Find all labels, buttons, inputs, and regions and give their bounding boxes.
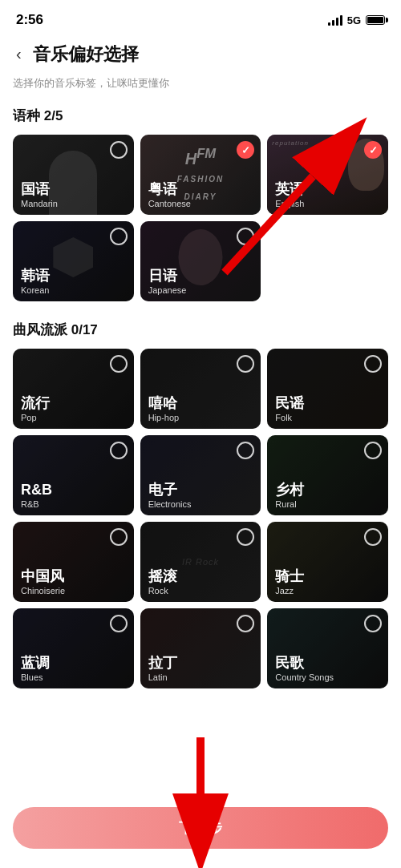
select-circle-rnb[interactable] — [110, 442, 128, 459]
card-zh-blues: 蓝调 — [21, 655, 126, 672]
card-zh-korean: 韩语 — [21, 268, 126, 285]
card-zh-rnb: R&B — [21, 482, 126, 499]
card-zh-pop: 流行 — [21, 395, 126, 413]
status-time: 2:56 — [16, 12, 43, 28]
signal-icon — [328, 14, 342, 26]
card-en-english: English — [275, 199, 380, 208]
card-en-jazz: Jazz — [275, 586, 380, 595]
genre-card-chinoiserie[interactable]: 中国风 Chinoiserie — [13, 522, 134, 602]
select-circle-jazz[interactable] — [364, 528, 382, 546]
select-circle-folk2[interactable] — [364, 615, 382, 632]
next-button[interactable]: 下一步 — [13, 807, 388, 849]
card-en-mandarin: Mandarin — [21, 199, 126, 208]
language-card-japanese[interactable]: 日语 Japanese — [140, 221, 261, 301]
card-en-rnb: R&B — [21, 499, 126, 509]
status-icons: 5G — [328, 14, 385, 26]
card-en-chinoiserie: Chinoiserie — [21, 586, 126, 595]
language-card-english[interactable]: reputation 英语 English — [267, 135, 388, 215]
language-section-label: 语种 2/5 — [0, 103, 401, 135]
genre-card-pop[interactable]: 流行 Pop — [13, 349, 134, 429]
genre-section-label: 曲风流派 0/17 — [0, 317, 401, 349]
status-bar: 2:56 5G — [0, 0, 401, 35]
select-circle-korean[interactable] — [110, 228, 128, 245]
genre-card-rock[interactable]: IR Rock 摇滚 Rock — [140, 522, 261, 602]
card-en-pop: Pop — [21, 413, 126, 422]
genre-card-rnb[interactable]: R&B R&B — [13, 435, 134, 515]
card-zh-chinoiserie: 中国风 — [21, 568, 126, 586]
genre-card-latin[interactable]: 拉丁 Latin — [140, 608, 261, 688]
genre-card-folk[interactable]: 民谣 Folk — [267, 349, 388, 429]
card-zh-folk: 民谣 — [275, 395, 380, 413]
select-circle-chinoiserie[interactable] — [110, 528, 128, 546]
select-circle-english[interactable] — [364, 141, 382, 159]
page-title: 音乐偏好选择 — [33, 42, 139, 67]
select-circle-rural[interactable] — [364, 442, 382, 459]
card-en-rural: Rural — [275, 499, 380, 509]
language-grid: 国语 Mandarin HFMFASHION DIARY 粤语 Cantones… — [0, 135, 401, 308]
card-en-japanese: Japanese — [148, 285, 253, 295]
select-circle-folk[interactable] — [364, 355, 382, 373]
card-zh-rural: 乡村 — [275, 482, 380, 499]
language-card-mandarin[interactable]: 国语 Mandarin — [13, 135, 134, 215]
card-en-latin: Latin — [148, 672, 253, 682]
card-en-korean: Korean — [21, 285, 126, 295]
genre-card-rural[interactable]: 乡村 Rural — [267, 435, 388, 515]
next-btn-container: 下一步 — [0, 799, 401, 868]
card-en-electronic: Electronics — [148, 499, 253, 509]
header: ‹ 音乐偏好选择 — [0, 35, 401, 76]
card-zh-rock: 摇滚 — [148, 568, 253, 586]
card-en-folk: Folk — [275, 413, 380, 422]
card-zh-japanese: 日语 — [148, 268, 253, 285]
genre-card-folk2[interactable]: 民歌 Country Songs — [267, 608, 388, 688]
card-zh-folk2: 民歌 — [275, 655, 380, 672]
language-card-cantonese[interactable]: HFMFASHION DIARY 粤语 Cantonese — [140, 135, 261, 215]
card-zh-latin: 拉丁 — [148, 655, 253, 672]
card-zh-hiphop: 嘻哈 — [148, 395, 253, 413]
card-zh-electronic: 电子 — [148, 482, 253, 499]
select-circle-blues[interactable] — [110, 615, 128, 632]
card-en-folk2: Country Songs — [275, 672, 380, 682]
genre-card-electronic[interactable]: 电子 Electronics — [140, 435, 261, 515]
network-label: 5G — [347, 14, 361, 26]
card-zh-english: 英语 — [275, 181, 380, 199]
select-circle-pop[interactable] — [110, 355, 128, 373]
card-en-cantonese: Cantonese — [148, 199, 253, 208]
card-en-blues: Blues — [21, 672, 126, 682]
genre-card-jazz[interactable]: 骑士 Jazz — [267, 522, 388, 602]
language-card-korean[interactable]: 韩语 Korean — [13, 221, 134, 301]
card-zh-cantonese: 粤语 — [148, 181, 253, 199]
battery-icon — [366, 15, 385, 25]
genre-card-hiphop[interactable]: 嘻哈 Hip-hop — [140, 349, 261, 429]
card-en-hiphop: Hip-hop — [148, 413, 253, 422]
card-en-rock: Rock — [148, 586, 253, 595]
card-zh-mandarin: 国语 — [21, 181, 126, 199]
card-zh-jazz: 骑士 — [275, 568, 380, 586]
genre-grid: 流行 Pop 嘻哈 Hip-hop 民谣 Folk — [0, 349, 401, 695]
back-button[interactable]: ‹ — [13, 42, 25, 67]
genre-card-blues[interactable]: 蓝调 Blues — [13, 608, 134, 688]
select-circle-mandarin[interactable] — [110, 141, 128, 159]
subtitle: 选择你的音乐标签，让咪咕更懂你 — [0, 76, 401, 103]
